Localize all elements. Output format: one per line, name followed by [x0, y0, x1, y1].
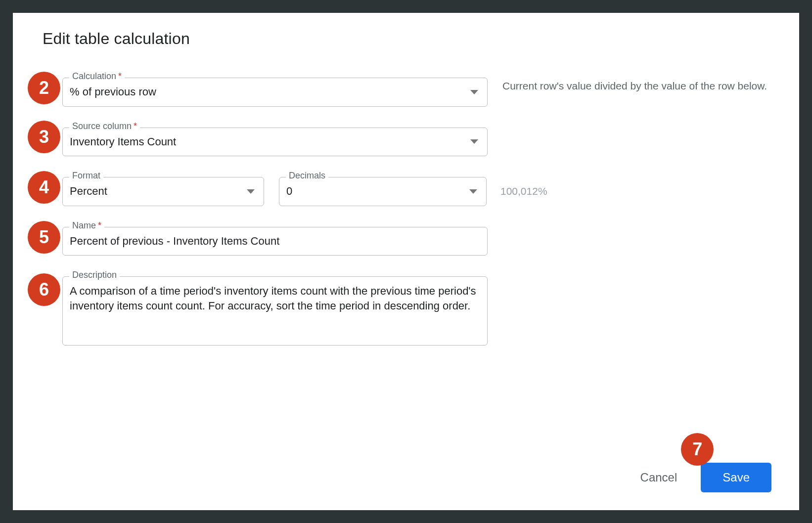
annotation-badge-2: 2 — [28, 72, 60, 104]
chevron-down-icon — [470, 90, 478, 94]
description-label: Description — [69, 270, 120, 279]
required-star: * — [134, 121, 137, 131]
annotation-badge-7: 7 — [681, 433, 714, 466]
calculation-label-text: Calculation — [72, 71, 116, 81]
decimals-value: 0 — [286, 184, 464, 199]
format-preview: 100,012% — [500, 185, 547, 197]
chevron-down-icon — [470, 139, 478, 144]
source-column-select[interactable]: Source column* Inventory Items Count — [62, 128, 488, 157]
calculation-value: % of previous row — [70, 85, 465, 99]
annotation-badge-5: 5 — [28, 221, 60, 254]
annotation-badge-6: 6 — [28, 273, 60, 306]
chevron-down-icon — [469, 189, 477, 194]
description-value: A comparison of a time period's inventor… — [70, 284, 480, 313]
required-star: * — [98, 220, 101, 230]
source-label-text: Source column — [72, 121, 132, 131]
name-input[interactable]: Name* Percent of previous - Inventory It… — [62, 227, 488, 256]
dialog-title: Edit table calculation — [43, 30, 769, 48]
calculation-label: Calculation* — [69, 72, 125, 81]
decimals-label: Decimals — [286, 171, 328, 180]
name-label: Name* — [69, 221, 104, 230]
format-label: Format — [69, 171, 103, 180]
dialog-footer: Cancel 7 Save — [640, 463, 771, 492]
cancel-button[interactable]: Cancel — [640, 471, 677, 484]
calculation-select[interactable]: Calculation* % of previous row — [62, 78, 488, 107]
format-value: Percent — [70, 184, 242, 199]
description-textarea[interactable]: Description A comparison of a time perio… — [62, 276, 488, 346]
calculation-helper-text: Current row's value divided by the value… — [502, 78, 767, 93]
decimals-select[interactable]: Decimals 0 — [279, 177, 487, 206]
annotation-badge-4: 4 — [28, 171, 60, 204]
format-select[interactable]: Format Percent — [62, 177, 264, 206]
save-button[interactable]: Save — [701, 463, 771, 492]
name-value: Percent of previous - Inventory Items Co… — [70, 234, 478, 249]
name-label-text: Name — [72, 220, 96, 230]
source-label: Source column* — [69, 122, 140, 131]
edit-table-calculation-dialog: Edit table calculation 2 Calculation* % … — [13, 13, 799, 510]
chevron-down-icon — [247, 189, 255, 194]
required-star: * — [118, 71, 122, 81]
annotation-badge-3: 3 — [28, 121, 60, 153]
source-value: Inventory Items Count — [70, 135, 465, 149]
